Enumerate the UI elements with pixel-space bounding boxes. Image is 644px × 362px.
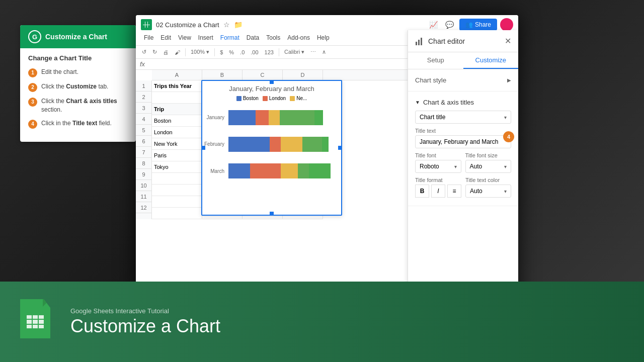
cell-3a[interactable]: Trip [152, 104, 202, 115]
chart-handle-left[interactable] [201, 146, 205, 150]
bar-label-jan: January [206, 115, 224, 120]
menu-view[interactable]: View [175, 33, 194, 42]
cell-7a[interactable]: Paris [152, 150, 202, 161]
undo-button[interactable]: ↺ [140, 48, 148, 56]
currency-button[interactable]: $ [218, 48, 225, 56]
cell-9a[interactable] [152, 173, 202, 184]
chart-handle-right[interactable] [338, 146, 342, 150]
menu-file[interactable]: File [141, 33, 156, 42]
filename: 02 Customize a Chart [156, 21, 219, 29]
cell-4a[interactable]: Boston [152, 115, 202, 126]
title-text-container: 4 [415, 135, 511, 152]
bold-button[interactable]: B [415, 185, 429, 198]
editor-header: Chart editor ✕ [408, 30, 518, 52]
menu-help[interactable]: Help [314, 33, 333, 42]
title-text-input[interactable] [415, 135, 511, 148]
bar-seg-mar-boston [228, 163, 250, 178]
chart-overlay[interactable]: January, February and March Boston Londo… [201, 80, 342, 216]
format-col: Title format B I ≡ [415, 177, 461, 202]
align-button[interactable]: ≡ [447, 185, 461, 198]
title-text-label: Title text [415, 128, 511, 134]
menu-tools[interactable]: Tools [263, 33, 283, 42]
redo-button[interactable]: ↻ [150, 48, 159, 56]
menu-format[interactable]: Format [217, 33, 243, 42]
cell-10a[interactable] [152, 185, 202, 196]
title-format-label: Title format [415, 177, 461, 183]
menu-data[interactable]: Data [244, 33, 262, 42]
chart-axis-titles-label: Chart & axis titles [423, 99, 474, 106]
col-header-b: B [202, 70, 243, 80]
chart-axis-titles-section[interactable]: ▼ Chart & axis titles Chart title ▾ Titl… [408, 92, 518, 206]
bar-label-mar: March [210, 168, 224, 174]
bar-january [228, 110, 337, 125]
sheets-app-icon [141, 19, 152, 30]
bar-seg-feb-paris [302, 137, 322, 152]
percent-button[interactable]: % [227, 48, 236, 56]
legend-boston-dot [236, 96, 242, 101]
share-button[interactable]: 👥 Share [459, 19, 497, 31]
editor-title: Chart editor [415, 37, 465, 46]
menu-addons[interactable]: Add-ons [284, 33, 313, 42]
col-header-d: D [283, 70, 323, 80]
tab-setup[interactable]: Setup [408, 52, 463, 69]
row-num-7: 7 [136, 147, 151, 158]
chart-axis-titles-chevron: ▼ [415, 100, 420, 105]
chart-style-header[interactable]: Chart style ▶ [415, 73, 511, 87]
tab-customize[interactable]: Customize [463, 52, 519, 69]
bar-seg-mar-tokyo [309, 163, 331, 178]
share-icon: 👥 [465, 21, 473, 28]
cell-8a[interactable]: Tokyo [152, 161, 202, 172]
decimal-inc-button[interactable]: .00 [249, 48, 260, 56]
comment-icon[interactable]: 💬 [443, 18, 456, 31]
user-avatar[interactable] [500, 18, 513, 31]
more-button[interactable]: ⋯ [308, 48, 318, 56]
title-font-size-dropdown[interactable]: Auto ▾ [465, 160, 512, 173]
cell-11a[interactable] [152, 196, 202, 207]
italic-button[interactable]: I [431, 185, 445, 198]
toolbar-sep-1 [185, 48, 186, 56]
chart-style-section[interactable]: Chart style ▶ [408, 69, 518, 92]
paintformat-button[interactable]: 🖌 [173, 48, 182, 56]
cell-6a[interactable]: New York [152, 138, 202, 149]
row-num-11: 11 [136, 191, 151, 202]
chart-handle-top[interactable] [270, 80, 274, 84]
cell-12a[interactable] [152, 208, 202, 219]
row-num-1: 1 [136, 80, 151, 92]
bar-seg-jan-paris [280, 110, 314, 125]
print-button[interactable]: 🖨 [161, 48, 171, 56]
bar-seg-mar-newyork [281, 163, 298, 178]
step-3-text: Click the Chart & axis titles section. [41, 97, 128, 114]
bar-march [228, 163, 337, 178]
menu-insert[interactable]: Insert [195, 33, 216, 42]
format-123-button[interactable]: 123 [263, 48, 276, 56]
zoom-selector[interactable]: 100% ▾ [189, 48, 211, 56]
font-selector[interactable]: Calibri ▾ [282, 48, 306, 56]
chart-axis-titles-header[interactable]: ▼ Chart & axis titles [415, 96, 511, 109]
trending-icon[interactable]: 📈 [427, 18, 440, 31]
title-text-color-dropdown[interactable]: Auto ▾ [465, 185, 511, 198]
font-row: Title font Roboto ▾ Title font size Auto… [415, 152, 511, 177]
text-color-col: Title text color Auto ▾ [465, 177, 511, 202]
title-font-dropdown[interactable]: Roboto ▾ [415, 160, 461, 173]
col-header-a: A [152, 70, 202, 80]
close-editor-button[interactable]: ✕ [505, 36, 511, 46]
chart-title-dropdown[interactable]: Chart title ▾ [415, 111, 511, 124]
chart-handle-bottom[interactable] [270, 212, 274, 216]
star-icon[interactable]: ☆ [223, 21, 230, 29]
sheets-grid-icon [143, 22, 150, 28]
cell-5a[interactable]: London [152, 127, 202, 138]
collapse-button[interactable]: ∧ [320, 48, 328, 56]
color-dropdown-arrow: ▾ [504, 189, 507, 194]
svg-rect-1 [418, 40, 420, 45]
cell-1a[interactable]: Trips this Year [152, 80, 202, 92]
decimal-dec-button[interactable]: .0 [238, 48, 247, 56]
menu-edit[interactable]: Edit [157, 33, 174, 42]
toolbar-sep-2 [214, 48, 215, 56]
folder-icon[interactable]: 📁 [234, 21, 243, 29]
font-size-dropdown-arrow: ▾ [504, 164, 507, 169]
row-num-9: 9 [136, 169, 151, 180]
bottom-text: Google Sheets Interactive Tutorial Custo… [70, 307, 220, 337]
header-actions: 📈 💬 👥 Share [427, 18, 513, 31]
cell-2a[interactable] [152, 92, 202, 103]
bar-label-feb: February [204, 141, 224, 147]
